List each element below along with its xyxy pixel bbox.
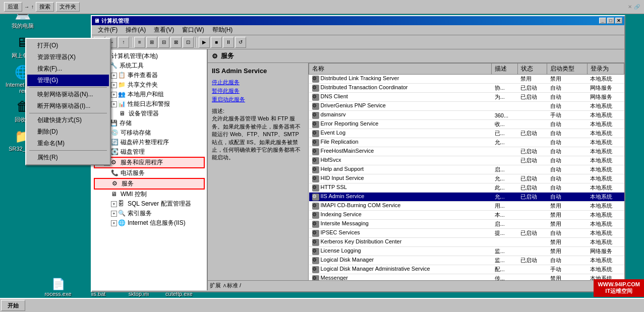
table-row[interactable]: ⚙DNS Client为...已启动自动网络服务 [309,93,624,102]
table-row[interactable]: ⚙HTTP SSL此...已启动自动本地系统 [309,183,624,193]
table-row[interactable]: ⚙Logical Disk Manager监...已启动自动本地系统 [309,256,624,265]
table-row[interactable]: ⚙Distributed Transaction Coordinator协...… [309,84,624,93]
service-desc-cell: 协... [492,84,518,93]
col-desc[interactable]: 描述 [492,64,518,75]
table-row[interactable]: ⚙Distributed Link Tracking Server禁用禁用本地系… [309,75,624,84]
link-pause-service[interactable]: 暂停此服务 [212,87,304,95]
tree-item-services[interactable]: ⚙ 服务 [94,178,205,190]
table-row[interactable]: ⚙Intersite Messaging启...禁用本地系统 [309,220,624,229]
tree-expand-eventviewer[interactable]: + [111,73,117,79]
menu-action[interactable]: 操作(A) [122,25,150,35]
table-row[interactable]: ⚙dsmainsrv360...手动本地系统 [309,111,624,120]
tb-view3[interactable]: ⊟ [158,37,169,48]
tree-expand-perflog[interactable]: + [111,101,117,107]
back-btn[interactable]: 后退 [4,2,22,12]
table-row[interactable]: ⚙File Replication允...自动本地系统 [309,138,624,147]
context-menu-rename[interactable]: 重命名(M) [27,138,109,149]
service-status-cell: 已启动 [517,84,547,93]
tb-view5[interactable]: ⊡ [183,37,194,48]
table-row[interactable]: ⚙Indexing Service本...禁用本地系统 [309,211,624,220]
tree-item-wmi[interactable]: 🖥 WMI 控制 [94,190,205,199]
menu-help[interactable]: 帮助(H) [208,25,237,35]
tree-label-telephony: 电话服务 [121,169,145,177]
tb-up[interactable]: ↑ [118,37,129,48]
tree-expand-sql[interactable]: + [111,201,117,207]
tb-view1[interactable]: ≡ [134,37,145,48]
tb-pause[interactable]: ⏸ [223,37,234,48]
tb-stop[interactable]: ■ [211,37,222,48]
service-startup-cell: 自动 [547,120,588,129]
table-row[interactable]: ⚙HID Input Service允...已启动自动本地系统 [309,174,624,183]
context-menu-shortcut[interactable]: 创建快捷方式(S) [27,114,109,126]
tb-view4[interactable]: ⊠ [170,37,182,48]
context-menu-properties[interactable]: 属性(R) [27,152,109,163]
desktop-icon-process[interactable]: 📄 rocess.exe [40,278,76,297]
services-icon: ⚙ [212,52,218,60]
service-startup-cell: 自动 [547,156,588,165]
close-btn[interactable]: ✕ [615,18,622,24]
col-startup[interactable]: 启动类型 [547,64,588,75]
tree-item-sqlserver[interactable]: + 🗄 SQL Server 配置管理器 [94,199,205,209]
table-row[interactable]: ⚙License Logging监...禁用网络服务 [309,247,624,256]
service-desc-cell: 启... [492,165,518,174]
tree-icon-defrag: 🔄 [111,139,119,147]
context-menu-manage[interactable]: 管理(G) [27,75,109,86]
minimize-btn[interactable]: _ [599,18,606,24]
service-status-cell: 已启动 [517,229,547,238]
service-row-icon: ⚙ [312,139,319,146]
link-restart-service[interactable]: 重启动此服务 [212,96,304,103]
tree-icon-eventviewer: 📋 [118,72,126,80]
menu-window[interactable]: 窗口(W) [178,25,208,35]
maximize-btn[interactable]: □ [607,18,614,24]
table-row[interactable]: ⚙Error Reporting Service收...自动本地系统 [309,120,624,129]
col-name[interactable]: 名称 [309,64,492,75]
tree-label-sql: SQL Server 配置管理器 [128,200,191,208]
folders-label[interactable]: 文件夹 [56,2,80,12]
tree-expand-shared[interactable]: + [111,82,117,88]
status-bar-text[interactable]: 扩展 ∧标准 / [210,282,241,289]
tree-item-iis[interactable]: + 🌐 Internet 信息服务(IIS) [94,218,205,228]
service-name-cell: ⚙License Logging [309,247,492,256]
menu-view[interactable]: 查看(V) [150,25,178,35]
service-status-cell [517,138,547,147]
table-row[interactable]: ⚙DriverGenius PNP Service自动本地系统 [309,102,624,111]
tree-item-indexing[interactable]: + 🔍 索引服务 [94,209,205,218]
tree-expand-iis[interactable]: + [111,220,117,226]
context-menu-delete[interactable]: 删除(D) [27,126,109,138]
context-menu-mapnet[interactable]: 映射网络驱动器(N)... [27,89,109,100]
table-row[interactable]: ⚙HbfSvcx已启动自动本地系统 [309,156,624,165]
context-menu-search[interactable]: 搜索(F)... [27,63,109,75]
context-menu-open[interactable]: 打开(O) [27,40,109,51]
services-table-container[interactable]: 名称 描述 状态 启动类型 登录为 ⚙Distributed Link Trac… [309,63,624,280]
table-row[interactable]: ⚙Logical Disk Manager Administrative Ser… [309,265,624,274]
table-row[interactable]: ⚙Kerberos Key Distribution Center禁用本地系统 [309,238,624,247]
search-label[interactable]: 搜索 [36,2,54,12]
service-desc-cell [492,147,518,156]
service-row-icon: ⚙ [312,148,319,155]
table-row[interactable]: ⚙IIS Admin Service允...已启动自动本地系统 [309,193,624,202]
tb-sep2 [196,37,197,47]
table-row[interactable]: ⚙IPSEC Services提...已启动自动本地系统 [309,229,624,238]
service-status-cell [517,265,547,274]
service-row-icon: ⚙ [312,166,319,173]
table-row[interactable]: ⚙FreeHostMainService已启动自动本地系统 [309,147,624,156]
tree-item-telephony[interactable]: 📞 电话服务 [94,168,205,178]
tb-view2[interactable]: ⊞ [146,37,157,48]
link-stop-service[interactable]: 停止此服务 [212,79,304,86]
context-menu-disconnect[interactable]: 断开网络驱动器(I)... [27,100,109,112]
tree-expand-index[interactable]: + [111,211,117,217]
tree-expand-localusers[interactable]: + [111,92,117,98]
table-row[interactable]: ⚙Messenger传...禁用本地系统 [309,274,624,281]
tb-restart[interactable]: ↺ [235,37,246,48]
service-desc-cell [492,156,518,165]
start-button[interactable]: 开始 [1,300,25,311]
context-menu-explorer[interactable]: 资源管理器(X) [27,51,109,63]
table-row[interactable]: ⚙IMAPI CD-Burning COM Service用...禁用本地系统 [309,202,624,211]
col-status[interactable]: 状态 [517,64,547,75]
table-row[interactable]: ⚙Event Log已...已启动自动本地系统 [309,129,624,138]
table-row[interactable]: ⚙Help and Support启...自动本地系统 [309,165,624,174]
menu-file[interactable]: 文件(F) [94,25,122,35]
watermark: WWW.94IP.COM IT运维空间 [594,279,644,297]
col-login[interactable]: 登录为 [587,64,624,75]
tb-play[interactable]: ▶ [199,37,210,48]
